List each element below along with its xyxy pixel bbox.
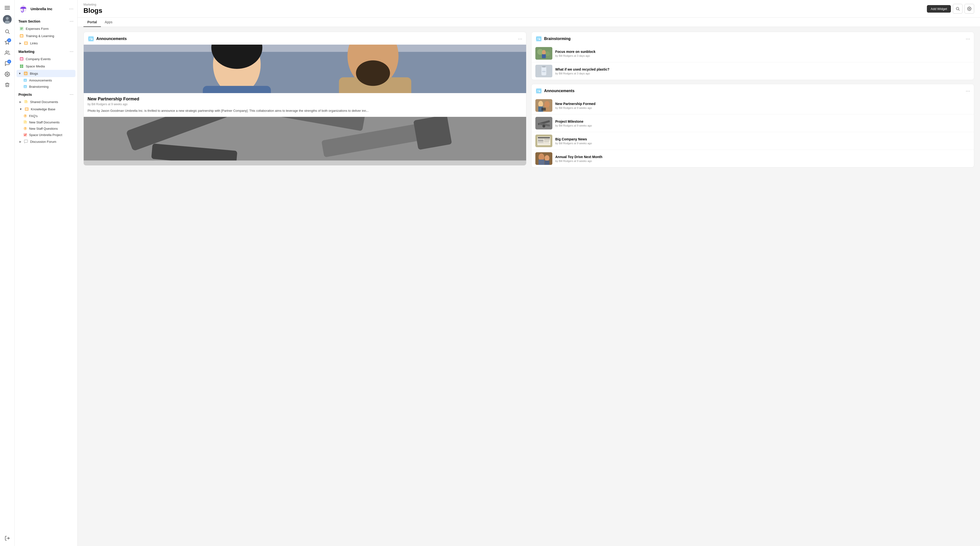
sidebar-item-knowledge-base[interactable]: ▼ Knowledge Base	[14, 105, 77, 113]
announcements-item-toy-drive[interactable]: Annual Toy Drive Next Month by Bill Rodg…	[531, 150, 974, 167]
news-thumb: Business	[535, 135, 552, 147]
svg-text:Business: Business	[538, 140, 543, 141]
blog-post-partnership-image	[84, 44, 526, 93]
sidebar-item-space-media[interactable]: Space Media	[14, 63, 77, 70]
sidebar-item-company-events[interactable]: Company Events	[14, 55, 77, 63]
svg-rect-28	[20, 65, 21, 66]
sidebar-item-discussion-forum[interactable]: ▶ Discussion Forum	[14, 138, 77, 145]
svg-point-3	[5, 30, 8, 33]
marketing-section-more-button[interactable]: ⋯	[70, 49, 73, 54]
sunblock-item-meta: by Bill Rodgers at 3 days ago	[555, 54, 595, 57]
team-section-header: Team Section ⋯	[14, 16, 77, 25]
list-icon	[19, 27, 24, 31]
sidebar-item-faqs[interactable]: ? FAQ's	[14, 113, 77, 119]
brainstorming-item-sunblock[interactable]: Focus more on sunblock by Bill Rodgers a…	[531, 44, 974, 62]
sunblock-thumb	[535, 47, 552, 60]
toy-drive-item-info: Annual Toy Drive Next Month by Bill Rodg…	[555, 155, 602, 162]
svg-rect-81	[537, 39, 539, 40]
links-label: Links	[30, 41, 38, 45]
blog-post-partnership-excerpt: Photo by Jason Goodman Umbrella Inc. is …	[88, 108, 522, 113]
notifications-badge: 0	[7, 38, 11, 42]
announcements-right-card-title: Announcements	[535, 87, 574, 94]
sidebar-item-expenses-form[interactable]: Expenses Form	[14, 25, 77, 32]
announcements-item-news[interactable]: Business Big Company News by Bill Rodger…	[531, 132, 974, 150]
svg-text:?: ?	[24, 115, 26, 117]
avatar[interactable]	[3, 15, 12, 24]
team-section-more-button[interactable]: ⋯	[70, 19, 73, 24]
sidebar-item-space-umbrella-project[interactable]: Space Umbrella Project	[14, 132, 77, 138]
svg-point-51	[969, 8, 970, 10]
sidebar-item-training[interactable]: Training & Learning	[14, 32, 77, 40]
brainstorming-icon	[23, 85, 27, 89]
trash-icon	[5, 82, 10, 87]
org-header: Umbrella Inc ⋯	[14, 4, 77, 16]
org-info: Umbrella Inc	[18, 4, 52, 14]
sidebar-item-new-staff-questions[interactable]: ? New Staff Questions	[14, 125, 77, 132]
people-button[interactable]	[2, 48, 12, 58]
trash-button[interactable]	[2, 80, 12, 90]
blog-post-tools-image	[84, 117, 526, 165]
tab-portal[interactable]: Portal	[83, 18, 101, 27]
sidebar-item-brainstorming[interactable]: Brainstorming	[14, 83, 77, 90]
faqs-label: FAQ's	[29, 114, 38, 118]
announcements-widget-right: Announcements ⋯	[531, 84, 974, 168]
chat-badge: 0	[7, 60, 11, 63]
announcements-item-partnership[interactable]: New Partnership Formed by Bill Rodgers a…	[531, 97, 974, 114]
brainstorming-card-header: Brainstorming ⋯	[531, 32, 974, 44]
svg-rect-118	[544, 160, 549, 165]
announcements-icon	[23, 78, 27, 82]
top-bar-actions: Add Widget	[927, 4, 974, 14]
blog-post-partnership: New Partnership Formed by Bill Rodgers a…	[84, 44, 526, 117]
brainstorming-more-button[interactable]: ⋯	[966, 36, 970, 41]
content-area: Announcements ⋯	[78, 27, 980, 546]
gear-action-button[interactable]	[964, 4, 974, 14]
expenses-form-label: Expenses Form	[26, 27, 49, 30]
settings-button[interactable]	[2, 69, 12, 79]
svg-line-4	[8, 32, 10, 34]
svg-rect-107	[538, 137, 550, 138]
people-icon	[5, 50, 10, 56]
gear-icon	[967, 6, 972, 11]
signout-button[interactable]	[2, 533, 12, 543]
announcements-card-icon	[88, 35, 94, 42]
partnership-thumb	[535, 99, 552, 112]
search-action-button[interactable]	[953, 4, 963, 14]
svg-point-6	[6, 51, 7, 52]
add-widget-button[interactable]: Add Widget	[927, 5, 951, 13]
hamburger-button[interactable]	[2, 3, 12, 13]
svg-point-63	[356, 60, 390, 86]
sidebar-item-announcements[interactable]: Announcements	[14, 77, 77, 83]
news-item-info: Big Company News by Bill Rodgers at 9 we…	[555, 137, 592, 145]
plastic-item-title: What if we used recycled plastic?	[555, 67, 609, 71]
tab-apps[interactable]: Apps	[101, 18, 116, 27]
svg-point-90	[542, 71, 546, 72]
sidebar-item-links[interactable]: ▶ Links	[14, 40, 77, 47]
org-more-button[interactable]: ⋯	[69, 6, 73, 11]
svg-text:?: ?	[24, 127, 26, 130]
sidebar-item-new-staff-documents[interactable]: New Staff Documents	[14, 119, 77, 125]
sidebar-item-shared-documents[interactable]: ▶ Shared Documents	[14, 98, 77, 105]
chat-button[interactable]: 0	[2, 59, 12, 68]
brainstorming-sub-label: Brainstorming	[29, 85, 49, 89]
partnership-image-svg	[84, 44, 526, 93]
announcements-right-more-button[interactable]: ⋯	[966, 88, 970, 94]
blogs-icon	[24, 71, 28, 76]
announcements-item-milestone[interactable]: Project Milestone by Bill Rodgers at 9 w…	[531, 114, 974, 132]
org-name: Umbrella Inc	[30, 7, 52, 11]
announcements-more-button[interactable]: ⋯	[518, 36, 522, 41]
space-media-label: Space Media	[26, 65, 45, 68]
sidebar-item-blogs[interactable]: ▼ Blogs	[16, 70, 75, 77]
svg-rect-89	[542, 66, 546, 67]
svg-point-85	[542, 50, 546, 55]
svg-point-98	[544, 101, 550, 108]
search-button[interactable]	[2, 27, 12, 37]
svg-rect-55	[89, 39, 91, 40]
notifications-button[interactable]: 0	[2, 37, 12, 47]
svg-point-96	[538, 101, 543, 107]
brainstorming-item-plastic[interactable]: What if we used recycled plastic? by Bil…	[531, 62, 974, 80]
announcements-right-card-icon	[535, 87, 542, 94]
shared-docs-chevron: ▶	[19, 100, 21, 103]
projects-section-more-button[interactable]: ⋯	[70, 92, 73, 97]
toy-drive-thumb-svg	[535, 152, 552, 165]
svg-rect-59	[203, 86, 271, 93]
